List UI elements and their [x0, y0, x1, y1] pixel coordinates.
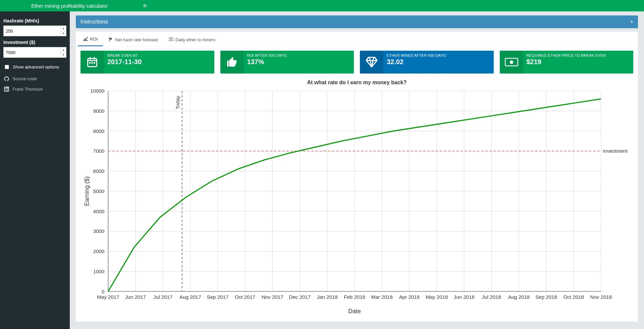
nav-source-code[interactable]: Source code — [3, 74, 66, 84]
chevron-down-icon[interactable]: ▼ — [61, 31, 66, 36]
github-icon — [4, 76, 9, 81]
svg-text:Jan 2018: Jan 2018 — [317, 294, 337, 300]
svg-text:Today: Today — [175, 96, 180, 109]
instructions-title: Instructions — [80, 19, 108, 25]
svg-text:Nov 2018: Nov 2018 — [590, 294, 612, 300]
svg-text:Mar 2018: Mar 2018 — [371, 294, 393, 300]
app-title: Ether mining profitability calculator — [0, 3, 139, 9]
svg-text:0: 0 — [102, 289, 104, 294]
kpi-diamond: ETHER MINED AFTER 500 DAYS:32.02 — [360, 51, 494, 74]
svg-text:5000: 5000 — [93, 188, 105, 194]
svg-text:Jun 2018: Jun 2018 — [454, 294, 475, 300]
chart: At what rate do I earn my money back? 01… — [76, 75, 638, 322]
chevron-up-icon[interactable]: ▲ — [61, 26, 66, 31]
svg-text:Oct 2017: Oct 2017 — [235, 294, 255, 300]
tab-roi[interactable]: ROI — [78, 33, 103, 46]
svg-text:2000: 2000 — [93, 248, 105, 254]
svg-text:8000: 8000 — [93, 128, 105, 134]
sidebar-toggle[interactable]: ≡ — [139, 2, 151, 9]
hashrate-input[interactable] — [3, 26, 66, 36]
nav-label: Frank Thomson — [12, 87, 43, 92]
svg-text:Date: Date — [348, 308, 361, 315]
svg-text:1: 1 — [511, 61, 512, 64]
investment-stepper[interactable]: ▲▼ — [60, 47, 66, 57]
advanced-options-checkbox[interactable] — [5, 65, 9, 69]
svg-text:3000: 3000 — [93, 228, 105, 234]
svg-text:4000: 4000 — [93, 208, 105, 214]
svg-rect-7 — [92, 62, 93, 64]
svg-rect-5 — [94, 57, 95, 60]
kpi-calendar: BREAK EVEN AT:2017-11-30 — [80, 51, 214, 74]
topbar: Ether mining profitability calculator ≡ — [0, 0, 644, 11]
hashrate-label: Hashrate (MH/s) — [3, 18, 66, 23]
instructions-panel[interactable]: Instructions + — [76, 15, 638, 28]
main: Instructions + ROINet hash rate forecast… — [70, 11, 644, 329]
thumbs-up-icon — [220, 51, 244, 74]
svg-rect-6 — [89, 62, 91, 64]
svg-text:Earning ($): Earning ($) — [84, 176, 90, 206]
svg-text:May 2018: May 2018 — [426, 294, 448, 300]
svg-text:Oct 2018: Oct 2018 — [564, 294, 584, 300]
diamond-icon — [360, 51, 383, 74]
svg-point-1 — [170, 39, 172, 40]
investment-label: Investment ($) — [3, 40, 66, 45]
svg-text:May 2017: May 2017 — [97, 294, 119, 300]
calendar-icon — [80, 51, 104, 74]
advanced-options-toggle[interactable]: Show advanced options — [3, 64, 66, 70]
chart-line-icon — [83, 36, 88, 42]
cash-icon: 1 — [500, 51, 523, 74]
svg-text:Aug 2018: Aug 2018 — [508, 294, 530, 300]
svg-text:9000: 9000 — [93, 108, 105, 114]
svg-text:Feb 2018: Feb 2018 — [344, 294, 365, 300]
svg-text:Jul 2018: Jul 2018 — [482, 294, 501, 300]
svg-text:Jun 2017: Jun 2017 — [125, 294, 146, 300]
tab-net-hash-rate-forecast[interactable]: Net hash rate forecast — [103, 33, 163, 46]
advanced-options-label: Show advanced options — [13, 64, 59, 69]
svg-text:Sep 2017: Sep 2017 — [207, 294, 229, 300]
chart-svg: 0100020003000400050006000700080009000100… — [80, 86, 633, 317]
svg-rect-8 — [94, 62, 96, 64]
svg-text:Investment: Investment — [603, 148, 628, 154]
svg-text:Dec 2017: Dec 2017 — [289, 294, 311, 300]
kpi-thumbs-up: ROI AFTER 500 DAYS:137% — [220, 51, 354, 74]
svg-text:Nov 2017: Nov 2017 — [262, 294, 283, 300]
tab-daily-ether-to-miners[interactable]: Daily ether to miners — [163, 33, 221, 46]
nav-linkedin[interactable]: Frank Thomson — [3, 84, 66, 94]
svg-rect-4 — [90, 57, 91, 60]
svg-text:Aug 2017: Aug 2017 — [179, 294, 201, 300]
nav-label: Source code — [12, 76, 37, 81]
svg-text:6000: 6000 — [93, 168, 105, 174]
sidebar: Hashrate (MH/s) ▲▼ Investment ($) ▲▼ Sho… — [0, 11, 70, 329]
investment-input[interactable] — [3, 47, 66, 58]
kpi-cash: 1REQUIRED ETHER PRICE TO BREAK EVEN$219 — [500, 51, 634, 74]
flag-icon — [108, 37, 113, 43]
linkedin-icon — [4, 87, 9, 92]
svg-text:Sep 2018: Sep 2018 — [535, 294, 557, 300]
main-panel: ROINet hash rate forecastDaily ether to … — [76, 32, 638, 322]
chevron-up-icon[interactable]: ▲ — [61, 47, 66, 53]
hashrate-stepper[interactable]: ▲▼ — [60, 26, 66, 36]
svg-text:10000: 10000 — [90, 88, 104, 94]
svg-text:Jul 2017: Jul 2017 — [153, 294, 172, 300]
svg-text:Apr 2018: Apr 2018 — [399, 294, 420, 300]
chevron-down-icon[interactable]: ▼ — [61, 53, 66, 58]
plus-icon[interactable]: + — [630, 19, 633, 25]
svg-text:7000: 7000 — [93, 148, 105, 154]
svg-text:1000: 1000 — [93, 269, 105, 274]
money-icon — [169, 37, 173, 43]
chart-title: At what rate do I earn my money back? — [80, 80, 633, 86]
